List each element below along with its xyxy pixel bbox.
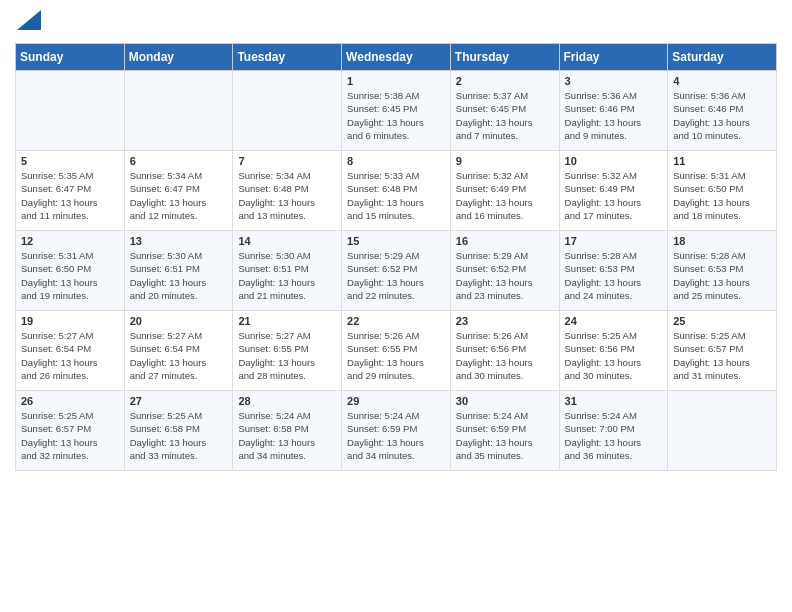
calendar-cell: 26Sunrise: 5:25 AM Sunset: 6:57 PM Dayli… [16,391,125,471]
calendar-cell: 10Sunrise: 5:32 AM Sunset: 6:49 PM Dayli… [559,151,668,231]
calendar-cell: 20Sunrise: 5:27 AM Sunset: 6:54 PM Dayli… [124,311,233,391]
day-number: 31 [565,395,663,407]
calendar-cell: 12Sunrise: 5:31 AM Sunset: 6:50 PM Dayli… [16,231,125,311]
calendar-cell: 1Sunrise: 5:38 AM Sunset: 6:45 PM Daylig… [342,71,451,151]
day-number: 27 [130,395,228,407]
calendar-cell: 24Sunrise: 5:25 AM Sunset: 6:56 PM Dayli… [559,311,668,391]
calendar-cell [233,71,342,151]
calendar-cell: 7Sunrise: 5:34 AM Sunset: 6:48 PM Daylig… [233,151,342,231]
day-number: 13 [130,235,228,247]
day-number: 12 [21,235,119,247]
day-number: 2 [456,75,554,87]
calendar-table: SundayMondayTuesdayWednesdayThursdayFrid… [15,43,777,471]
day-info: Sunrise: 5:26 AM Sunset: 6:55 PM Dayligh… [347,329,445,382]
day-number: 5 [21,155,119,167]
day-info: Sunrise: 5:27 AM Sunset: 6:54 PM Dayligh… [21,329,119,382]
day-info: Sunrise: 5:36 AM Sunset: 6:46 PM Dayligh… [565,89,663,142]
weekday-header: Friday [559,44,668,71]
day-info: Sunrise: 5:31 AM Sunset: 6:50 PM Dayligh… [673,169,771,222]
day-info: Sunrise: 5:29 AM Sunset: 6:52 PM Dayligh… [456,249,554,302]
calendar-cell: 21Sunrise: 5:27 AM Sunset: 6:55 PM Dayli… [233,311,342,391]
day-info: Sunrise: 5:33 AM Sunset: 6:48 PM Dayligh… [347,169,445,222]
day-number: 6 [130,155,228,167]
day-number: 25 [673,315,771,327]
svg-marker-0 [17,10,41,30]
calendar-cell: 18Sunrise: 5:28 AM Sunset: 6:53 PM Dayli… [668,231,777,311]
calendar-week-row: 12Sunrise: 5:31 AM Sunset: 6:50 PM Dayli… [16,231,777,311]
day-number: 7 [238,155,336,167]
day-info: Sunrise: 5:38 AM Sunset: 6:45 PM Dayligh… [347,89,445,142]
day-number: 23 [456,315,554,327]
calendar-cell: 3Sunrise: 5:36 AM Sunset: 6:46 PM Daylig… [559,71,668,151]
day-number: 8 [347,155,445,167]
calendar-cell: 15Sunrise: 5:29 AM Sunset: 6:52 PM Dayli… [342,231,451,311]
calendar-cell: 23Sunrise: 5:26 AM Sunset: 6:56 PM Dayli… [450,311,559,391]
calendar-cell: 9Sunrise: 5:32 AM Sunset: 6:49 PM Daylig… [450,151,559,231]
weekday-header: Monday [124,44,233,71]
calendar-cell: 29Sunrise: 5:24 AM Sunset: 6:59 PM Dayli… [342,391,451,471]
calendar-cell: 13Sunrise: 5:30 AM Sunset: 6:51 PM Dayli… [124,231,233,311]
calendar-cell: 30Sunrise: 5:24 AM Sunset: 6:59 PM Dayli… [450,391,559,471]
day-info: Sunrise: 5:35 AM Sunset: 6:47 PM Dayligh… [21,169,119,222]
weekday-header: Saturday [668,44,777,71]
day-number: 20 [130,315,228,327]
weekday-header: Tuesday [233,44,342,71]
weekday-header: Sunday [16,44,125,71]
calendar-cell: 6Sunrise: 5:34 AM Sunset: 6:47 PM Daylig… [124,151,233,231]
calendar-week-row: 5Sunrise: 5:35 AM Sunset: 6:47 PM Daylig… [16,151,777,231]
day-number: 1 [347,75,445,87]
day-number: 21 [238,315,336,327]
calendar-cell: 5Sunrise: 5:35 AM Sunset: 6:47 PM Daylig… [16,151,125,231]
calendar-cell: 16Sunrise: 5:29 AM Sunset: 6:52 PM Dayli… [450,231,559,311]
day-number: 10 [565,155,663,167]
calendar-cell: 11Sunrise: 5:31 AM Sunset: 6:50 PM Dayli… [668,151,777,231]
day-number: 3 [565,75,663,87]
calendar-cell: 4Sunrise: 5:36 AM Sunset: 6:46 PM Daylig… [668,71,777,151]
calendar-cell: 19Sunrise: 5:27 AM Sunset: 6:54 PM Dayli… [16,311,125,391]
day-info: Sunrise: 5:34 AM Sunset: 6:48 PM Dayligh… [238,169,336,222]
day-info: Sunrise: 5:30 AM Sunset: 6:51 PM Dayligh… [130,249,228,302]
calendar-cell: 14Sunrise: 5:30 AM Sunset: 6:51 PM Dayli… [233,231,342,311]
day-info: Sunrise: 5:24 AM Sunset: 6:59 PM Dayligh… [347,409,445,462]
day-info: Sunrise: 5:27 AM Sunset: 6:55 PM Dayligh… [238,329,336,382]
day-number: 24 [565,315,663,327]
day-info: Sunrise: 5:25 AM Sunset: 6:57 PM Dayligh… [673,329,771,382]
day-info: Sunrise: 5:31 AM Sunset: 6:50 PM Dayligh… [21,249,119,302]
day-number: 17 [565,235,663,247]
day-info: Sunrise: 5:37 AM Sunset: 6:45 PM Dayligh… [456,89,554,142]
day-number: 28 [238,395,336,407]
day-info: Sunrise: 5:25 AM Sunset: 6:58 PM Dayligh… [130,409,228,462]
calendar-cell: 27Sunrise: 5:25 AM Sunset: 6:58 PM Dayli… [124,391,233,471]
logo-icon [17,10,41,30]
day-number: 26 [21,395,119,407]
calendar-week-row: 19Sunrise: 5:27 AM Sunset: 6:54 PM Dayli… [16,311,777,391]
day-number: 9 [456,155,554,167]
calendar-cell: 22Sunrise: 5:26 AM Sunset: 6:55 PM Dayli… [342,311,451,391]
calendar-cell: 31Sunrise: 5:24 AM Sunset: 7:00 PM Dayli… [559,391,668,471]
day-number: 30 [456,395,554,407]
calendar-cell [124,71,233,151]
day-info: Sunrise: 5:24 AM Sunset: 6:59 PM Dayligh… [456,409,554,462]
day-info: Sunrise: 5:24 AM Sunset: 7:00 PM Dayligh… [565,409,663,462]
calendar-cell [16,71,125,151]
weekday-header: Wednesday [342,44,451,71]
day-info: Sunrise: 5:32 AM Sunset: 6:49 PM Dayligh… [565,169,663,222]
calendar-week-row: 1Sunrise: 5:38 AM Sunset: 6:45 PM Daylig… [16,71,777,151]
day-number: 11 [673,155,771,167]
day-info: Sunrise: 5:25 AM Sunset: 6:57 PM Dayligh… [21,409,119,462]
calendar-cell: 28Sunrise: 5:24 AM Sunset: 6:58 PM Dayli… [233,391,342,471]
day-number: 19 [21,315,119,327]
calendar-cell: 25Sunrise: 5:25 AM Sunset: 6:57 PM Dayli… [668,311,777,391]
day-info: Sunrise: 5:36 AM Sunset: 6:46 PM Dayligh… [673,89,771,142]
day-number: 15 [347,235,445,247]
day-info: Sunrise: 5:32 AM Sunset: 6:49 PM Dayligh… [456,169,554,222]
calendar-cell: 17Sunrise: 5:28 AM Sunset: 6:53 PM Dayli… [559,231,668,311]
day-info: Sunrise: 5:29 AM Sunset: 6:52 PM Dayligh… [347,249,445,302]
day-number: 22 [347,315,445,327]
day-info: Sunrise: 5:25 AM Sunset: 6:56 PM Dayligh… [565,329,663,382]
day-info: Sunrise: 5:28 AM Sunset: 6:53 PM Dayligh… [673,249,771,302]
weekday-header: Thursday [450,44,559,71]
page-header [15,10,777,35]
calendar-week-row: 26Sunrise: 5:25 AM Sunset: 6:57 PM Dayli… [16,391,777,471]
calendar-cell [668,391,777,471]
